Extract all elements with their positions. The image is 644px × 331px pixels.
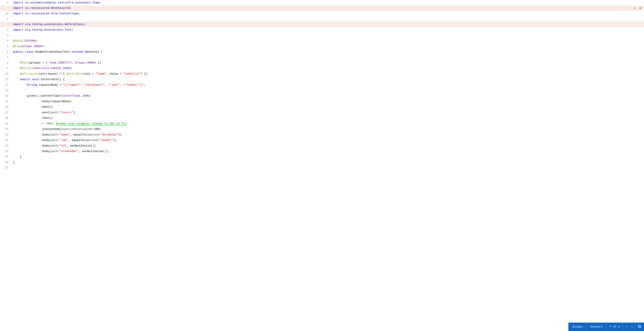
code-line: 20 .statusCode(expectedStatusCode:200) [0, 126, 644, 132]
line-content: // TODO: Broken test example, change to … [12, 121, 644, 126]
line-number: 20 [0, 126, 12, 132]
line-number: 12 [0, 82, 12, 88]
line-number: 17 [0, 110, 12, 115]
code-line: 23 .body(path:"id", notNullValue()) [0, 143, 644, 149]
line-number: 15 [0, 99, 12, 104]
line-number: 8 [0, 60, 12, 65]
code-line: 26 } [0, 160, 644, 165]
line-action-icons: ✎ ⧉ [632, 6, 642, 10]
code-line-highlighted: import io.restassured.RestAssured; ✎ ⧉ [0, 5, 644, 11]
code-line: 9 @Service(Services.CREATE_USER) [0, 66, 644, 71]
code-line: 6 public class ReqResCreateUserTest exte… [0, 49, 644, 55]
code-line: 1 [0, 16, 644, 22]
line-content: .body(path:"createdAt", notNullValue()); [12, 149, 644, 154]
line-content: @Service(Services.CREATE_USER) [12, 66, 644, 71]
bottom-action-bar: Accept Discard ? of 2 ↑ ↓ [568, 323, 644, 331]
code-line: 15 .body(requestBody) [0, 99, 644, 104]
line-content: public class ReqResCreateUserTest extend… [12, 49, 644, 55]
line-number: 11 [0, 77, 12, 82]
line-number: 1 [0, 0, 12, 5]
navigate-up-button[interactable]: ↑ [623, 323, 629, 331]
copy-icon[interactable]: ⧉ [638, 6, 642, 10]
code-line: 25 } [0, 154, 644, 160]
line-content: import org.testng.annotations.Test; [12, 27, 644, 33]
code-line: 10 @Attributes(attributes = { @Attribute… [0, 71, 644, 77]
line-number: 6 [0, 49, 12, 54]
line-content: @Flow(Flows.USERS) [12, 44, 644, 49]
code-line: 18 import io.restassured.http.ContentTyp… [0, 11, 644, 16]
line-content: @Test(groups = { Team.IDENTITY, Groups.S… [12, 60, 644, 66]
code-line: 5 @Flow(Flows.USERS) [0, 44, 644, 49]
code-line: 7 [0, 55, 644, 60]
line-number: 9 [0, 66, 12, 71]
code-line: 12 String requestBody = "{\"name\": \"mo… [0, 82, 644, 88]
editor-container: 1 import io.automationhacks.testinfra.co… [0, 0, 644, 331]
line-content: import org.testng.annotations.BeforeClas… [12, 22, 644, 27]
line-content: String requestBody = "{\"name\": \"morph… [12, 82, 644, 88]
line-number: 24 [0, 149, 12, 154]
line-number: 14 [0, 93, 12, 98]
line-number: 13 [0, 88, 12, 93]
code-line: 22 .body(path:"job", equalTo(operand:"le… [0, 138, 644, 143]
code-line: 3 [0, 33, 644, 38]
line-number: 18 [0, 115, 12, 121]
line-number: 2 [0, 27, 12, 32]
code-line: 8 @Test(groups = { Team.IDENTITY, Groups… [0, 60, 644, 66]
code-line: 19 // TODO: Broken test example, change … [0, 121, 644, 126]
line-content: } [12, 154, 644, 160]
edit-icon[interactable]: ✎ [632, 6, 637, 10]
code-line: 17 .post(path:"/users") [0, 110, 644, 115]
line-content: .body(path:"name", equalTo(operand:"morp… [12, 132, 644, 138]
line-number: 4 [0, 38, 12, 43]
line-content: @OnCall(DISHA) [12, 38, 644, 44]
line-content: import io.restassured.RestAssured; [12, 5, 644, 11]
line-content: .when() [12, 104, 644, 110]
line-number: 16 [0, 104, 12, 110]
code-line: 2 import org.testng.annotations.Test; [0, 27, 644, 33]
line-content: import io.restassured.http.ContentType; [12, 11, 644, 16]
code-line: 27 [0, 165, 644, 171]
code-line: 1 import io.automationhacks.testinfra.co… [0, 0, 644, 5]
code-line: 18 .then() [0, 115, 644, 121]
accept-button[interactable]: Accept [568, 323, 586, 331]
line-content: .post(path:"/users") [12, 110, 644, 115]
line-content: import io.automationhacks.testinfra.cons… [12, 0, 644, 5]
export-button[interactable] [635, 323, 644, 331]
line-number: 27 [0, 165, 12, 171]
line-content: public void testCreate() { [12, 77, 644, 82]
code-line: 21 .body(path:"name", equalTo(operand:"m… [0, 132, 644, 138]
code-area: 1 import io.automationhacks.testinfra.co… [0, 0, 644, 331]
discard-button[interactable]: Discard [586, 323, 606, 331]
line-number: 18 [0, 11, 12, 16]
line-content: } [12, 160, 644, 165]
code-line-highlighted: import org.testng.annotations.BeforeClas… [0, 22, 644, 27]
line-content: .body(requestBody) [12, 99, 644, 104]
change-count: ? of 2 [606, 325, 623, 329]
line-number: 26 [0, 160, 12, 165]
line-content: given().contentType(ContentType.JSON) [12, 93, 644, 99]
line-number: 23 [0, 143, 12, 148]
code-line: 4 @OnCall(DISHA) [0, 38, 644, 44]
export-icon [638, 325, 641, 328]
line-number: 1 [0, 16, 12, 22]
line-content: .statusCode(expectedStatusCode:200) [12, 127, 644, 132]
line-content: .then() [12, 116, 644, 121]
line-number: 10 [0, 71, 12, 76]
line-number: 25 [0, 154, 12, 160]
code-line: 14 given().contentType(ContentType.JSON) [0, 93, 644, 99]
line-content: .body(path:"id", notNullValue()) [12, 143, 644, 149]
navigate-down-button[interactable]: ↓ [629, 323, 635, 331]
line-number: 21 [0, 132, 12, 137]
code-line: 24 .body(path:"createdAt", notNullValue(… [0, 149, 644, 154]
code-line: 11 public void testCreate() { [0, 77, 644, 82]
line-number: 22 [0, 138, 12, 143]
line-content: @Attributes(attributes = { @Attribute(ke… [12, 71, 644, 77]
line-number: 5 [0, 44, 12, 49]
line-number: 19 [0, 121, 12, 126]
line-content: .body(path:"job", equalTo(operand:"leade… [12, 138, 644, 143]
line-number: 3 [0, 33, 12, 38]
code-line: 13 [0, 88, 644, 93]
code-line: 16 .when() [0, 104, 644, 110]
line-number: 7 [0, 55, 12, 60]
